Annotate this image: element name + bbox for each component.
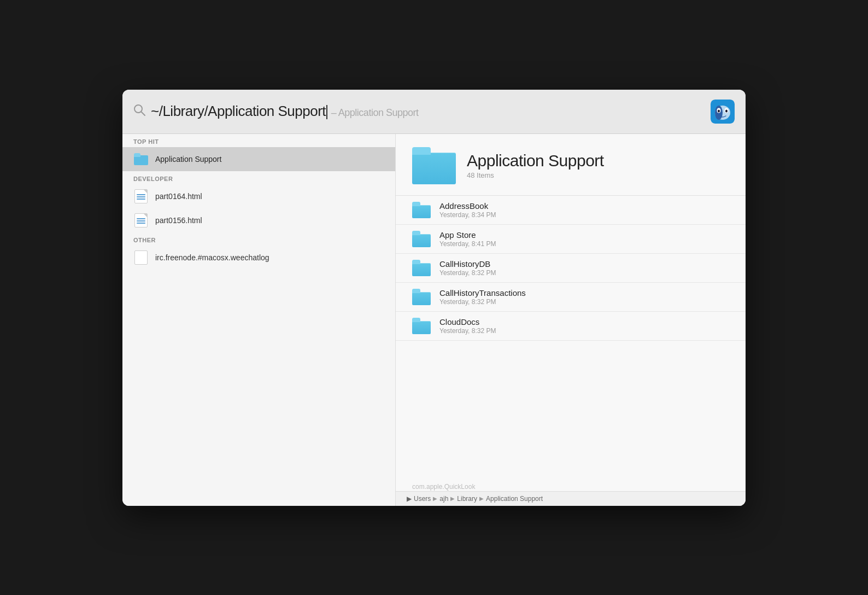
text-icon bbox=[134, 250, 148, 265]
folder-icon-md-inner bbox=[412, 231, 431, 247]
preview-info: Application Support 48 Items bbox=[467, 151, 604, 179]
search-subtitle: – Application Support bbox=[331, 107, 419, 118]
file-row-name: CallHistoryDB bbox=[439, 259, 729, 269]
section-header-other: OTHER bbox=[122, 232, 395, 246]
file-row[interactable]: AddressBook Yesterday, 8:34 PM bbox=[396, 196, 746, 225]
html-icon bbox=[134, 213, 148, 228]
file-row-date: Yesterday, 8:32 PM bbox=[439, 327, 729, 335]
folder-icon bbox=[133, 151, 149, 167]
breadcrumb-app-support[interactable]: Application Support bbox=[486, 495, 543, 503]
preview-subtitle: 48 Items bbox=[467, 171, 604, 179]
list-item-irc-log[interactable]: irc.freenode.#macosx.weechatlog bbox=[122, 246, 395, 270]
bottom-peek-text: com.apple.QuickLook bbox=[412, 483, 475, 491]
file-row-info: CallHistoryTransactions Yesterday, 8:32 … bbox=[439, 288, 729, 306]
finder-icon[interactable] bbox=[711, 100, 735, 124]
section-header-top-hit: TOP HIT bbox=[122, 134, 395, 147]
breadcrumb-arrow: ▶ bbox=[407, 495, 412, 503]
file-row-info: App Store Yesterday, 8:41 PM bbox=[439, 230, 729, 248]
folder-icon-md-inner bbox=[412, 318, 431, 334]
file-row[interactable]: CallHistoryTransactions Yesterday, 8:32 … bbox=[396, 283, 746, 312]
list-item-app-support[interactable]: Application Support bbox=[122, 147, 395, 171]
section-header-developer: DEVELOPER bbox=[122, 171, 395, 184]
file-row-date: Yesterday, 8:34 PM bbox=[439, 211, 729, 219]
file-row-name: App Store bbox=[439, 230, 729, 240]
file-row-info: AddressBook Yesterday, 8:34 PM bbox=[439, 201, 729, 219]
preview-folder-icon bbox=[412, 147, 456, 184]
list-item-label: irc.freenode.#macosx.weechatlog bbox=[155, 253, 269, 262]
breadcrumb-sep-2: ▶ bbox=[450, 495, 455, 501]
folder-icon-md bbox=[412, 318, 431, 334]
search-cursor bbox=[326, 105, 327, 119]
main-content: TOP HIT Application Support DEVELOPER p bbox=[122, 134, 746, 506]
list-item-part0156[interactable]: part0156.html bbox=[122, 208, 395, 232]
list-item-label: Application Support bbox=[155, 155, 221, 164]
right-panel: Application Support 48 Items AddressBook… bbox=[396, 134, 746, 506]
html-icon-lines bbox=[137, 194, 145, 200]
file-row-info: CallHistoryDB Yesterday, 8:32 PM bbox=[439, 259, 729, 277]
preview-header: Application Support 48 Items bbox=[396, 134, 746, 196]
file-row-date: Yesterday, 8:41 PM bbox=[439, 240, 729, 248]
file-row-date: Yesterday, 8:32 PM bbox=[439, 298, 729, 306]
left-panel: TOP HIT Application Support DEVELOPER p bbox=[122, 134, 396, 506]
file-row-info: CloudDocs Yesterday, 8:32 PM bbox=[439, 317, 729, 335]
svg-point-7 bbox=[718, 109, 720, 112]
breadcrumb-sep-3: ▶ bbox=[479, 495, 484, 501]
folder-icon-md bbox=[412, 231, 431, 247]
file-row[interactable]: CloudDocs Yesterday, 8:32 PM bbox=[396, 312, 746, 341]
file-row-name: CallHistoryTransactions bbox=[439, 288, 729, 298]
file-row[interactable]: App Store Yesterday, 8:41 PM bbox=[396, 225, 746, 254]
preview-title: Application Support bbox=[467, 151, 604, 170]
folder-icon-md bbox=[412, 289, 431, 305]
folder-icon-md-inner bbox=[412, 289, 431, 305]
folder-icon-md bbox=[412, 260, 431, 276]
file-row-date: Yesterday, 8:32 PM bbox=[439, 269, 729, 277]
svg-line-1 bbox=[142, 112, 145, 116]
search-bar: ~/Library/Application Support – Applicat… bbox=[122, 90, 746, 134]
html-file-icon bbox=[133, 189, 149, 204]
list-item-label: part0156.html bbox=[155, 216, 202, 225]
breadcrumb-users[interactable]: Users bbox=[414, 495, 431, 503]
breadcrumb-ajh[interactable]: ajh bbox=[439, 495, 448, 503]
svg-point-8 bbox=[725, 109, 728, 112]
search-query[interactable]: ~/Library/Application Support – Applicat… bbox=[151, 103, 705, 120]
folder-icon-md bbox=[412, 202, 431, 218]
folder-icon-sm bbox=[134, 153, 148, 165]
text-file-icon bbox=[133, 250, 149, 265]
file-list: AddressBook Yesterday, 8:34 PM App Store… bbox=[396, 196, 746, 341]
file-row[interactable]: CallHistoryDB Yesterday, 8:32 PM bbox=[396, 254, 746, 283]
file-row-name: AddressBook bbox=[439, 201, 729, 211]
breadcrumb-sep-1: ▶ bbox=[433, 495, 437, 501]
spotlight-window: ~/Library/Application Support – Applicat… bbox=[122, 90, 746, 506]
html-file-icon-2 bbox=[133, 213, 149, 228]
list-item-label: part0164.html bbox=[155, 192, 202, 201]
file-row-name: CloudDocs bbox=[439, 317, 729, 326]
folder-icon-md-inner bbox=[412, 202, 431, 218]
list-item-part0164[interactable]: part0164.html bbox=[122, 184, 395, 208]
breadcrumb-bar: ▶ Users ▶ ajh ▶ Library ▶ Application Su… bbox=[396, 491, 746, 506]
breadcrumb-library[interactable]: Library bbox=[457, 495, 477, 503]
html-icon bbox=[134, 189, 148, 203]
search-query-text: ~/Library/Application Support bbox=[151, 103, 326, 119]
folder-icon-md-inner bbox=[412, 260, 431, 276]
html-icon-lines bbox=[137, 218, 145, 224]
search-icon bbox=[133, 104, 145, 119]
